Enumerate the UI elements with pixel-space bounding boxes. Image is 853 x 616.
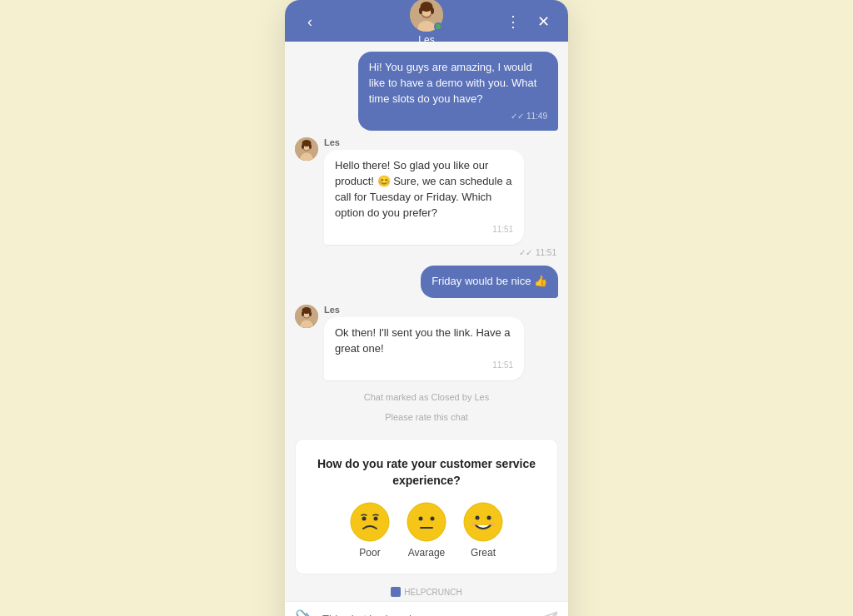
- average-label: Avarage: [408, 547, 445, 559]
- time-row-2: ✓✓ 11:51: [295, 248, 558, 257]
- svg-point-27: [407, 503, 446, 541]
- rating-options: Poor Avarage: [350, 502, 503, 559]
- message-text: Hello there! So glad you like our produc…: [335, 159, 512, 219]
- incoming-message-1-row: Les Hello there! So glad you like our pr…: [295, 137, 558, 245]
- rating-card: How do you rate your customer service ex…: [295, 439, 558, 574]
- average-emoji-icon: [407, 502, 446, 542]
- message-time: 11:51: [335, 224, 513, 236]
- great-label: Great: [471, 547, 496, 559]
- message-time: ✓✓ 11:49: [369, 111, 547, 123]
- rating-question: How do you rate your customer service ex…: [309, 456, 544, 489]
- svg-point-26: [374, 517, 378, 521]
- svg-point-31: [464, 503, 502, 541]
- rate-label: Please rate this chat: [295, 410, 558, 429]
- header-center: Les: [410, 0, 443, 46]
- svg-point-15: [309, 144, 312, 149]
- outgoing-message-2: Friday would be nice 👍: [421, 266, 558, 298]
- incoming-message-2-row: Les Ok then! I'll sent you the link. Hav…: [295, 305, 558, 380]
- agent-avatar-1: [295, 137, 318, 161]
- svg-point-32: [476, 516, 480, 520]
- avatar-wrapper: [410, 0, 443, 32]
- incoming-bubble-1: Hello there! So glad you like our produc…: [324, 150, 524, 245]
- more-button[interactable]: ⋮: [501, 10, 525, 33]
- svg-point-7: [431, 7, 434, 14]
- svg-point-23: [309, 311, 312, 316]
- svg-point-24: [351, 503, 389, 541]
- input-bar: 📎: [285, 601, 568, 616]
- rating-poor[interactable]: Poor: [350, 502, 390, 559]
- poor-label: Poor: [359, 547, 380, 559]
- agent-name-2: Les: [324, 305, 524, 315]
- message-text: Friday would be nice 👍: [431, 275, 547, 287]
- incoming-bubble-2: Ok then! I'll sent you the link. Have a …: [324, 317, 524, 380]
- svg-point-6: [419, 7, 422, 14]
- message-text: Hi! You guys are amazing, I would like t…: [369, 61, 537, 105]
- attach-button[interactable]: 📎: [295, 609, 316, 616]
- branding-bar: HELPCRUNCH: [285, 583, 568, 601]
- helpcrunch-icon: [391, 587, 401, 597]
- chat-status-label: Chat marked as Closed by Les: [295, 387, 558, 404]
- svg-point-14: [302, 144, 304, 149]
- svg-point-29: [431, 517, 435, 521]
- check-mark: ✓✓: [519, 248, 532, 257]
- close-button[interactable]: ✕: [531, 10, 555, 33]
- message-time: 11:51: [335, 360, 513, 372]
- chat-input[interactable]: [322, 613, 536, 616]
- poor-emoji-icon: [350, 502, 390, 542]
- messages-area: Hi! You guys are amazing, I would like t…: [285, 42, 568, 583]
- chat-header: ‹: [285, 0, 568, 42]
- agent-col-2: Les Ok then! I'll sent you the link. Hav…: [324, 305, 524, 380]
- online-indicator: [434, 22, 442, 31]
- send-button[interactable]: [543, 611, 558, 616]
- phone-container: ‹: [285, 0, 568, 616]
- svg-point-35: [490, 523, 495, 526]
- check-icon: ✓✓: [511, 111, 524, 123]
- great-emoji-icon: [463, 502, 503, 542]
- message-text: Ok then! I'll sent you the link. Have a …: [335, 326, 511, 355]
- agent-avatar-2: [295, 305, 318, 328]
- agent-name-1: Les: [324, 137, 524, 147]
- rating-average[interactable]: Avarage: [407, 502, 446, 559]
- svg-point-34: [471, 523, 476, 526]
- outgoing-message-1: Hi! You guys are amazing, I would like t…: [358, 52, 558, 131]
- agent-col-1: Les Hello there! So glad you like our pr…: [324, 137, 524, 245]
- svg-point-28: [419, 517, 423, 521]
- agent-name-header: Les: [418, 34, 434, 46]
- svg-point-33: [487, 516, 491, 520]
- svg-point-22: [302, 311, 304, 316]
- back-button[interactable]: ‹: [298, 10, 322, 33]
- svg-point-25: [362, 517, 367, 521]
- rating-great[interactable]: Great: [463, 502, 503, 559]
- send-icon: [543, 611, 558, 616]
- branding-text: HELPCRUNCH: [404, 588, 461, 597]
